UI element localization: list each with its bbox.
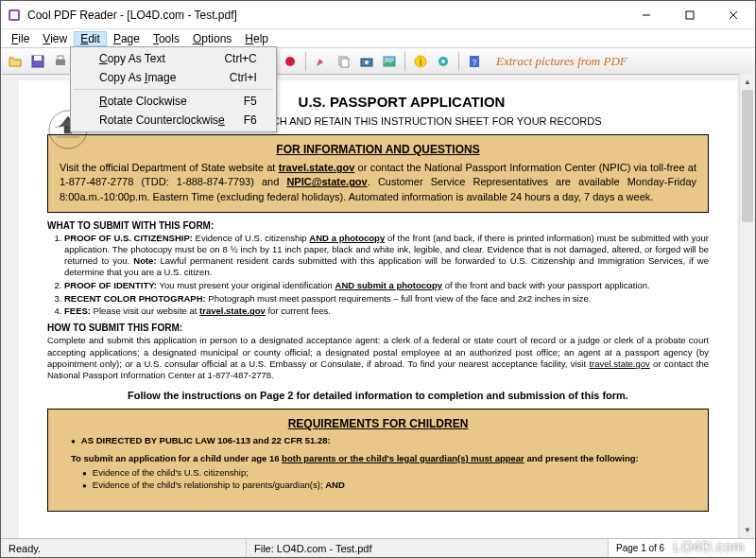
svg-rect-9 — [58, 56, 63, 60]
menu-edit[interactable]: Edit — [74, 31, 107, 46]
menu-separator — [74, 89, 273, 90]
menu-view[interactable]: View — [36, 31, 74, 46]
help-icon[interactable]: ? — [464, 51, 485, 72]
print-icon[interactable] — [50, 51, 71, 72]
list-item: Evidence of the child's relationship to … — [82, 480, 696, 490]
app-icon — [7, 8, 22, 23]
list-item: PROOF OF IDENTITY: You must present your… — [64, 280, 709, 291]
what-list: PROOF OF U.S. CITIZENSHIP: Evidence of U… — [47, 233, 709, 317]
svg-point-29 — [441, 60, 445, 63]
svg-rect-3 — [686, 11, 694, 19]
extract-images-icon[interactable] — [379, 51, 400, 72]
info-box-body: Visit the official Department of State w… — [60, 161, 696, 204]
list-item: AS DIRECTED BY PUBLIC LAW 106-113 and 22… — [71, 435, 696, 445]
svg-text:?: ? — [472, 58, 476, 67]
snapshot-icon[interactable] — [356, 51, 377, 72]
menu-rotate-counterclockwise[interactable]: Rotate Counterclockwise F6 — [73, 111, 274, 130]
menu-page[interactable]: Page — [107, 31, 146, 46]
svg-point-23 — [365, 61, 369, 64]
actual-size-icon[interactable] — [280, 51, 301, 72]
menu-tools[interactable]: Tools — [146, 31, 186, 46]
status-file: File: LO4D.com - Test.pdf — [247, 539, 609, 557]
tool-icon-1[interactable] — [311, 51, 332, 72]
list-item: FEES: Please visit our website at travel… — [64, 305, 709, 317]
edit-dropdown: Copy As Text Ctrl+C Copy As Image Ctrl+I… — [70, 46, 277, 132]
menubar: File View Edit Page Tools Options Help — [1, 29, 755, 48]
center-instruction: Follow the instructions on Page 2 for de… — [47, 390, 709, 401]
what-head: WHAT TO SUBMIT WITH THIS FORM: — [47, 220, 709, 231]
status-ready: Ready. — [1, 539, 247, 557]
menu-options[interactable]: Options — [186, 31, 238, 46]
menu-file[interactable]: File — [5, 31, 36, 46]
info-box: FOR INFORMATION AND QUESTIONS Visit the … — [47, 134, 709, 213]
list-item: Evidence of the child's U.S. citizenship… — [82, 467, 696, 478]
titlebar: Cool PDF Reader - [LO4D.com - Test.pdf] — [1, 1, 755, 29]
statusbar: Ready. File: LO4D.com - Test.pdf Page 1 … — [1, 538, 755, 557]
how-body: Complete and submit this application in … — [47, 335, 709, 381]
window-buttons — [625, 1, 755, 28]
pdf-page: U.S. PASSPORT APPLICATION PLEASE DETACH … — [19, 80, 737, 538]
toolbar-separator — [458, 52, 459, 71]
info-icon[interactable]: i — [410, 51, 431, 72]
menu-help[interactable]: Help — [238, 31, 275, 46]
children-box-title: REQUIREMENTS FOR CHILDREN — [60, 417, 696, 430]
document-viewport[interactable]: U.S. PASSPORT APPLICATION PLEASE DETACH … — [1, 75, 755, 538]
children-box: REQUIREMENTS FOR CHILDREN AS DIRECTED BY… — [47, 409, 709, 512]
children-bullets: AS DIRECTED BY PUBLIC LAW 106-113 and 22… — [60, 435, 696, 445]
menu-copy-as-text[interactable]: Copy As Text Ctrl+C — [73, 49, 274, 68]
minimize-button[interactable] — [625, 1, 668, 28]
children-sub: To submit an application for a child und… — [71, 453, 696, 463]
close-button[interactable] — [712, 1, 755, 28]
settings-icon[interactable] — [433, 51, 454, 72]
window-title: Cool PDF Reader - [LO4D.com - Test.pdf] — [27, 9, 625, 22]
toolbar-hint: Extract pictures from PDF — [496, 54, 627, 69]
toolbar-separator — [305, 52, 306, 71]
svg-rect-1 — [10, 11, 18, 19]
status-page: Page 1 of 6 — [609, 539, 755, 557]
save-icon[interactable] — [27, 51, 48, 72]
vertical-scrollbar[interactable]: ▲ ▼ — [739, 74, 755, 538]
scroll-thumb[interactable] — [742, 90, 753, 222]
toolbar-separator — [404, 52, 405, 71]
list-item: PROOF OF U.S. CITIZENSHIP: Evidence of U… — [64, 233, 709, 278]
svg-point-19 — [285, 57, 295, 66]
copy-icon[interactable] — [334, 51, 354, 72]
svg-rect-7 — [34, 56, 42, 61]
menu-rotate-clockwise[interactable]: Rotate Clockwise F5 — [73, 92, 274, 111]
svg-text:i: i — [420, 57, 421, 67]
svg-rect-21 — [341, 59, 349, 67]
scroll-down-arrow[interactable]: ▼ — [740, 522, 755, 538]
maximize-button[interactable] — [668, 1, 712, 28]
svg-rect-8 — [56, 60, 65, 65]
open-icon[interactable] — [5, 51, 26, 72]
menu-copy-as-image[interactable]: Copy As Image Ctrl+I — [73, 68, 274, 87]
list-item: RECENT COLOR PHOTOGRAPH: Photograph must… — [64, 293, 709, 305]
info-box-title: FOR INFORMATION AND QUESTIONS — [60, 143, 696, 156]
how-head: HOW TO SUBMIT THIS FORM: — [47, 323, 709, 333]
children-evidence: Evidence of the child's U.S. citizenship… — [60, 467, 696, 490]
scroll-up-arrow[interactable]: ▲ — [740, 74, 755, 90]
